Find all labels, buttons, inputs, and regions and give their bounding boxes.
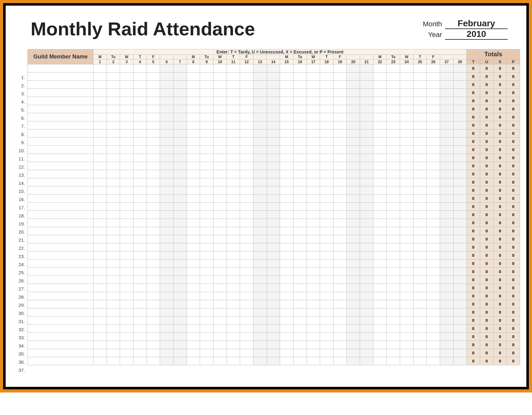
attendance-cell[interactable] xyxy=(453,341,467,349)
attendance-cell[interactable] xyxy=(267,154,280,162)
attendance-cell[interactable] xyxy=(280,341,294,349)
attendance-cell[interactable] xyxy=(320,89,334,97)
attendance-cell[interactable] xyxy=(347,121,360,129)
attendance-cell[interactable] xyxy=(453,170,467,178)
member-name-cell[interactable] xyxy=(28,219,93,227)
attendance-cell[interactable] xyxy=(453,219,467,227)
attendance-cell[interactable] xyxy=(333,89,347,97)
attendance-cell[interactable] xyxy=(133,138,147,146)
attendance-cell[interactable] xyxy=(320,251,334,260)
attendance-cell[interactable] xyxy=(120,89,133,97)
attendance-cell[interactable] xyxy=(440,89,454,97)
attendance-cell[interactable] xyxy=(320,357,334,365)
attendance-cell[interactable] xyxy=(453,325,467,333)
member-name-cell[interactable] xyxy=(28,341,93,349)
attendance-cell[interactable] xyxy=(200,357,213,365)
attendance-cell[interactable] xyxy=(267,195,280,203)
attendance-cell[interactable] xyxy=(160,227,173,235)
attendance-cell[interactable] xyxy=(213,97,227,105)
attendance-cell[interactable] xyxy=(133,64,147,73)
attendance-cell[interactable] xyxy=(373,105,387,113)
attendance-cell[interactable] xyxy=(253,73,267,81)
member-name-cell[interactable] xyxy=(28,162,93,170)
attendance-cell[interactable] xyxy=(280,251,294,260)
attendance-cell[interactable] xyxy=(413,64,427,73)
attendance-cell[interactable] xyxy=(293,341,307,349)
attendance-cell[interactable] xyxy=(453,235,467,243)
attendance-cell[interactable] xyxy=(173,243,187,251)
attendance-cell[interactable] xyxy=(267,105,280,113)
attendance-cell[interactable] xyxy=(400,292,414,300)
attendance-cell[interactable] xyxy=(107,260,120,268)
attendance-cell[interactable] xyxy=(347,138,360,146)
attendance-cell[interactable] xyxy=(360,325,374,333)
attendance-cell[interactable] xyxy=(147,316,160,325)
attendance-cell[interactable] xyxy=(360,170,374,178)
attendance-cell[interactable] xyxy=(293,178,307,186)
attendance-cell[interactable] xyxy=(400,162,414,170)
attendance-cell[interactable] xyxy=(187,341,200,349)
attendance-cell[interactable] xyxy=(160,325,173,333)
attendance-cell[interactable] xyxy=(120,203,133,211)
attendance-cell[interactable] xyxy=(387,121,400,129)
attendance-cell[interactable] xyxy=(280,178,294,186)
attendance-cell[interactable] xyxy=(147,121,160,129)
attendance-cell[interactable] xyxy=(360,178,374,186)
attendance-cell[interactable] xyxy=(440,97,454,105)
attendance-cell[interactable] xyxy=(453,81,467,89)
attendance-cell[interactable] xyxy=(360,89,374,97)
attendance-cell[interactable] xyxy=(280,316,294,325)
attendance-cell[interactable] xyxy=(173,186,187,195)
attendance-cell[interactable] xyxy=(400,219,414,227)
attendance-cell[interactable] xyxy=(93,308,107,316)
attendance-cell[interactable] xyxy=(440,260,454,268)
attendance-cell[interactable] xyxy=(93,146,107,154)
attendance-cell[interactable] xyxy=(360,162,374,170)
attendance-cell[interactable] xyxy=(253,219,267,227)
attendance-cell[interactable] xyxy=(307,219,320,227)
attendance-cell[interactable] xyxy=(200,219,213,227)
attendance-cell[interactable] xyxy=(120,170,133,178)
attendance-cell[interactable] xyxy=(93,276,107,284)
attendance-cell[interactable] xyxy=(227,129,240,138)
attendance-cell[interactable] xyxy=(93,292,107,300)
attendance-cell[interactable] xyxy=(160,316,173,325)
attendance-cell[interactable] xyxy=(133,260,147,268)
attendance-cell[interactable] xyxy=(333,113,347,121)
attendance-cell[interactable] xyxy=(160,235,173,243)
attendance-cell[interactable] xyxy=(107,219,120,227)
attendance-cell[interactable] xyxy=(147,333,160,341)
attendance-cell[interactable] xyxy=(93,186,107,195)
attendance-cell[interactable] xyxy=(347,333,360,341)
attendance-cell[interactable] xyxy=(440,235,454,243)
attendance-cell[interactable] xyxy=(280,195,294,203)
attendance-cell[interactable] xyxy=(200,138,213,146)
attendance-cell[interactable] xyxy=(440,284,454,292)
attendance-cell[interactable] xyxy=(240,341,253,349)
attendance-cell[interactable] xyxy=(400,316,414,325)
attendance-cell[interactable] xyxy=(213,195,227,203)
attendance-cell[interactable] xyxy=(400,129,414,138)
attendance-cell[interactable] xyxy=(360,284,374,292)
attendance-cell[interactable] xyxy=(93,300,107,308)
attendance-cell[interactable] xyxy=(267,325,280,333)
member-name-cell[interactable] xyxy=(28,203,93,211)
attendance-cell[interactable] xyxy=(440,316,454,325)
attendance-cell[interactable] xyxy=(293,97,307,105)
attendance-cell[interactable] xyxy=(387,227,400,235)
attendance-cell[interactable] xyxy=(147,219,160,227)
attendance-cell[interactable] xyxy=(387,341,400,349)
attendance-cell[interactable] xyxy=(320,235,334,243)
attendance-cell[interactable] xyxy=(240,81,253,89)
attendance-cell[interactable] xyxy=(373,170,387,178)
attendance-cell[interactable] xyxy=(307,268,320,276)
attendance-cell[interactable] xyxy=(413,357,427,365)
attendance-cell[interactable] xyxy=(173,333,187,341)
attendance-cell[interactable] xyxy=(107,170,120,178)
attendance-cell[interactable] xyxy=(333,186,347,195)
attendance-cell[interactable] xyxy=(200,129,213,138)
attendance-cell[interactable] xyxy=(147,300,160,308)
attendance-cell[interactable] xyxy=(280,284,294,292)
attendance-cell[interactable] xyxy=(160,146,173,154)
attendance-cell[interactable] xyxy=(293,113,307,121)
